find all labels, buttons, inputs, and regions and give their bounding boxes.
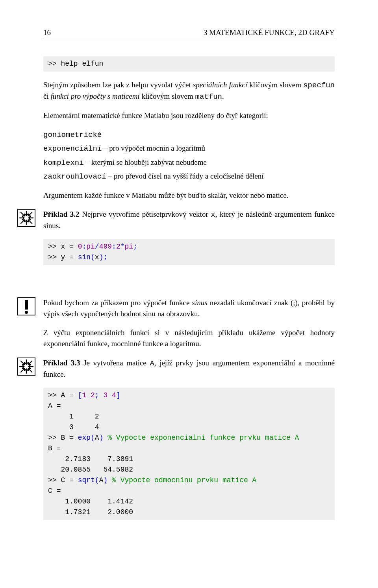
def-row: zaokrouhlovací – pro převod čísel na vyš…	[43, 171, 335, 182]
codebox-matrix: >> A = [1 2; 3 4] A = 1 2 3 4 >> B = exp…	[43, 388, 335, 520]
code-line: >> help elfun	[48, 60, 103, 68]
code: )	[99, 434, 104, 442]
example-label: Příklad 3.2	[43, 210, 80, 218]
warning-block: Pokud bychom za příkazem pro výpočet fun…	[43, 297, 335, 319]
code: :	[82, 243, 86, 251]
code: C =	[48, 487, 61, 495]
code: 3 4	[48, 423, 99, 431]
def-desc: – pro převod čísel na vyšší řády a celoč…	[106, 172, 264, 180]
code: A =	[48, 402, 61, 410]
para-exp-intro: Z výčtu exponenciálních funkcí si v násl…	[43, 327, 335, 349]
code: % Vypocte exponencialni funkce prvku mat…	[103, 434, 299, 442]
code: :	[112, 243, 116, 251]
text-italic: funkcí pro výpočty s maticemi	[50, 92, 139, 100]
contract-arrows-icon	[17, 209, 35, 227]
code: 1 2	[82, 391, 94, 399]
def-desc: – kterými se hlouběji zabývat nebudeme	[84, 158, 207, 166]
running-header: 16 3 MATEMATICKÉ FUNKCE, 2D GRAFY	[43, 28, 335, 38]
text: Nejprve vytvoříme pětisetprvkový vektor	[80, 210, 211, 218]
def-row: komplexní – kterými se hlouběji zabývat …	[43, 157, 335, 168]
text: Je vytvořena matice	[80, 359, 150, 367]
code: pi	[86, 243, 95, 251]
code: (	[95, 476, 99, 484]
code: >> C =	[48, 476, 78, 484]
code: ;	[95, 391, 99, 399]
code: exp	[78, 434, 91, 442]
code: A	[95, 434, 99, 442]
contract-arrows-icon	[17, 358, 35, 376]
code: ;	[103, 253, 107, 261]
def-row: goniometrické	[43, 129, 335, 140]
code: 1.0000 1.4142	[48, 498, 133, 505]
code: x	[95, 253, 99, 261]
code: sqrt	[78, 476, 95, 484]
para-argument: Argumentem každé funkce v Matlabu může b…	[43, 190, 335, 201]
svg-point-11	[25, 311, 28, 314]
warning-text: Pokud bychom za příkazem pro výpočet fun…	[43, 297, 335, 319]
page-number: 16	[43, 28, 51, 37]
text: Pokud bychom za příkazem pro výpočet fun…	[43, 299, 192, 307]
text-tt: A	[150, 359, 154, 368]
section-title: 3 MATEMATICKÉ FUNKCE, 2D GRAFY	[204, 28, 335, 37]
code: 0	[78, 243, 82, 251]
code: (	[91, 434, 95, 442]
def-term: zaokrouhlovací	[43, 172, 106, 181]
example-3-2: Příklad 3.2 Nejprve vytvoříme pětisetprv…	[43, 209, 335, 231]
def-desc: – pro výpočet mocnin a logaritmů	[102, 144, 205, 152]
code: % Vypocte odmocninu prvku matice A	[107, 476, 256, 484]
code: *	[120, 243, 125, 251]
code: ;	[133, 243, 137, 251]
code: >> B =	[48, 434, 78, 442]
para-specfun: Stejným způsobem lze pak z helpu vyvolat…	[43, 79, 335, 102]
def-term: exponenciální	[43, 144, 102, 153]
code: 1 2	[48, 413, 99, 420]
code: >> y =	[48, 253, 78, 261]
code: (	[91, 253, 95, 261]
text: Stejným způsobem lze pak z helpu vyvolat…	[43, 81, 193, 89]
code: 20.0855 54.5982	[48, 466, 133, 474]
definition-list: goniometrické exponenciální – pro výpoče…	[43, 129, 335, 182]
code: 3 4	[99, 391, 116, 399]
code: 499	[99, 243, 112, 251]
text: klíčovým slovem	[140, 92, 195, 100]
example-3-3: Příklad 3.3 Je vytvořena matice A, jejíž…	[43, 358, 335, 380]
code: A	[99, 476, 104, 484]
example-3-3-text: Příklad 3.3 Je vytvořena matice A, jejíž…	[43, 358, 335, 380]
code: 2	[116, 243, 120, 251]
code: B =	[48, 444, 61, 452]
code: pi	[125, 243, 133, 251]
example-label: Příklad 3.3	[43, 359, 80, 367]
text-tt: specfun	[303, 81, 335, 90]
code: )	[99, 253, 104, 261]
text: či	[43, 92, 50, 100]
codebox-sin: >> x = 0:pi/499:2*pi; >> y = sin(x);	[43, 239, 335, 265]
text: .	[222, 92, 224, 100]
codebox-help-elfun: >> help elfun	[43, 56, 335, 72]
code: >> A =	[48, 391, 78, 399]
svg-rect-10	[25, 300, 28, 310]
code: /	[95, 243, 99, 251]
para-categories-intro: Elementární matematické funkce Matlabu j…	[43, 110, 335, 121]
text: klíčovým slovem	[247, 81, 303, 89]
code: >> x =	[48, 243, 78, 251]
example-3-2-text: Příklad 3.2 Nejprve vytvoříme pětisetprv…	[43, 209, 335, 231]
code: ]	[116, 391, 120, 399]
code: sin	[78, 253, 91, 261]
text-tt: matfun	[195, 92, 222, 101]
text-italic: speciálních funkcí	[193, 81, 247, 89]
code: 2.7183 7.3891	[48, 455, 133, 463]
text-italic: sinus	[192, 299, 208, 307]
exclamation-icon	[17, 297, 35, 315]
code: )	[103, 476, 107, 484]
def-term: goniometrické	[43, 131, 102, 139]
def-term: komplexní	[43, 159, 84, 167]
code: 1.7321 2.0000	[48, 508, 133, 516]
code: [	[78, 391, 82, 399]
text-tt: x	[211, 210, 215, 219]
def-row: exponenciální – pro výpočet mocnin a log…	[43, 143, 335, 154]
